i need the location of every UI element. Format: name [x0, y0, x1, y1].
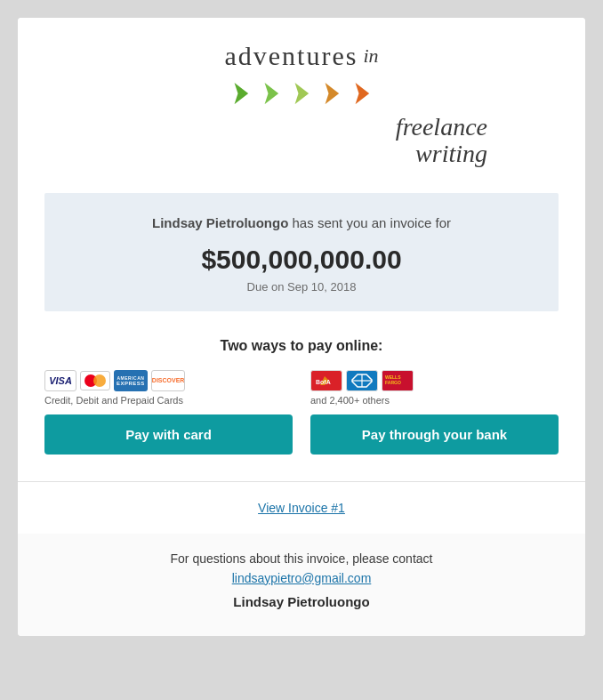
contact-pre-text: For questions about this invoice, please… [44, 551, 559, 566]
view-invoice-section: View Invoice #1 [18, 482, 585, 534]
mc-yellow-circle [93, 374, 106, 387]
logo-top-row: adventures in [36, 41, 567, 71]
view-invoice-link[interactable]: View Invoice #1 [258, 501, 345, 515]
logo-writing: writing [36, 141, 487, 166]
discover-logo: DISCOVER [151, 370, 186, 391]
email-container: adventures in ➤ ➤ ➤ ➤ ➤ freelance writin… [18, 18, 585, 636]
wells-fargo-icon: WELLS FARGO [382, 371, 413, 390]
contact-section: For questions about this invoice, please… [18, 534, 585, 636]
bofa-logo: BofA [310, 370, 342, 391]
contact-email-link[interactable]: lindsaypietro@gmail.com [44, 571, 559, 585]
pay-card-option: VISA AMERICAN EXPRESS DISCOVER Credit, D… [44, 370, 293, 455]
invoice-sender: Lindsay Pietroluongo [152, 215, 288, 230]
invoice-box: Lindsay Pietroluongo has sent you an inv… [44, 193, 559, 311]
invoice-sent-label: has sent you an invoice for [293, 215, 451, 230]
logo-arrows: ➤ ➤ ➤ ➤ ➤ [36, 76, 567, 109]
svg-text:BofA: BofA [316, 379, 331, 385]
bank-description: and 2,400+ others [310, 395, 390, 406]
mastercard-logo [80, 371, 110, 390]
logo-in-text: in [363, 44, 378, 68]
svg-text:FARGO: FARGO [385, 380, 401, 385]
invoice-sent-text: Lindsay Pietroluongo has sent you an inv… [62, 215, 541, 230]
bank-logos: BofA [310, 370, 414, 391]
chase-icon [349, 372, 375, 390]
card-description: Credit, Debit and Prepaid Cards [44, 395, 183, 406]
card-logos: VISA AMERICAN EXPRESS DISCOVER [44, 370, 185, 391]
logo-subtitle-row: freelance writing [36, 114, 567, 166]
visa-logo: VISA [44, 370, 76, 391]
logo-freelance: freelance [36, 114, 487, 141]
arrow-4: ➤ [323, 76, 340, 109]
logo-section: adventures in ➤ ➤ ➤ ➤ ➤ freelance writin… [18, 18, 585, 184]
pay-bank-option: BofA [310, 370, 559, 455]
chase-logo [346, 370, 378, 391]
arrow-1: ➤ [232, 76, 249, 109]
arrow-5: ➤ [353, 76, 370, 109]
invoice-amount: $500,000,000.00 [62, 245, 541, 275]
pay-with-card-button[interactable]: Pay with card [44, 414, 293, 455]
amex-logo: AMERICAN EXPRESS [114, 370, 148, 391]
payment-title: Two ways to pay online: [44, 338, 559, 354]
payment-section: Two ways to pay online: VISA AMERICAN EX… [18, 329, 585, 472]
bofa-icon: BofA [313, 372, 340, 390]
pay-through-bank-button[interactable]: Pay through your bank [310, 414, 559, 455]
logo-adventures-text: adventures [224, 41, 358, 71]
arrow-3: ➤ [293, 76, 310, 109]
invoice-due-date: Due on Sep 10, 2018 [62, 280, 541, 294]
contact-name: Lindsay Pietroluongo [44, 594, 559, 609]
wells-fargo-logo: WELLS FARGO [382, 370, 414, 391]
payment-options: VISA AMERICAN EXPRESS DISCOVER Credit, D… [44, 370, 559, 455]
arrow-2: ➤ [262, 76, 279, 109]
